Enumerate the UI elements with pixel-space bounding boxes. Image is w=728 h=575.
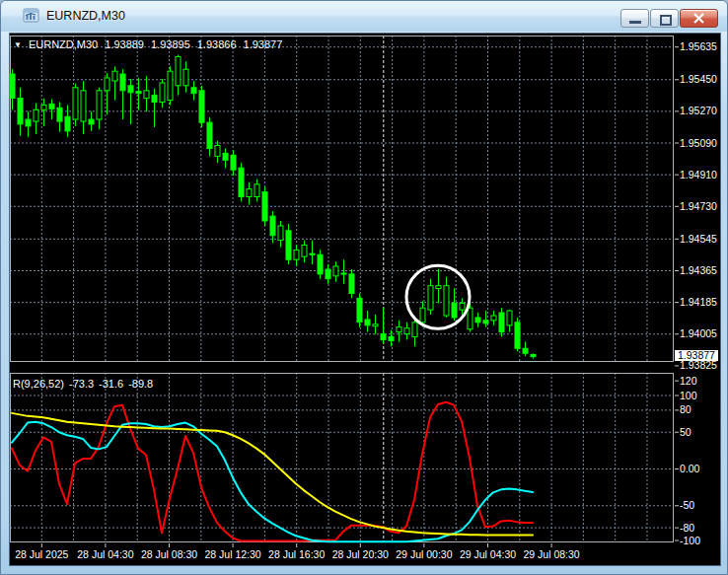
candle-bear	[475, 318, 480, 323]
panel-splitter[interactable]	[10, 363, 720, 372]
candle-bull	[294, 250, 299, 259]
candle-bull	[247, 189, 252, 197]
candle-bear	[207, 122, 212, 148]
candle-bull	[34, 109, 38, 121]
candle-bear	[152, 96, 157, 103]
price-axis-label: 1.95270	[680, 105, 717, 116]
candle-bull	[41, 105, 46, 109]
time-axis-label: 29 Jul 04:30	[460, 548, 516, 560]
candle-bear	[262, 192, 267, 221]
price-axis-label: 1.94545	[680, 233, 717, 245]
indicator-axis-label: -80	[680, 522, 694, 534]
candle-bull	[81, 91, 86, 121]
candle-bear	[523, 348, 528, 353]
candle-bear	[128, 86, 133, 93]
quote-high: 1.93895	[151, 38, 190, 50]
indicator-name: R(9,26,52)	[13, 378, 64, 390]
candle-bull	[412, 323, 417, 337]
candle-bull	[333, 266, 338, 276]
candle-bear	[381, 334, 386, 340]
candle-bull	[436, 286, 441, 289]
current-price-box: 1.93877	[675, 350, 718, 361]
candle-bear	[318, 254, 323, 274]
candle-bear	[57, 108, 62, 121]
time-axis-label: 28 Jul 16:30	[268, 548, 325, 560]
candle-bull	[420, 308, 425, 323]
candle-bear	[231, 155, 236, 170]
price-axis-label: 1.95635	[680, 40, 717, 52]
candle-bear	[515, 323, 520, 348]
indicator-line-yellow	[12, 413, 533, 536]
indicator-value-cyan: -31.6	[99, 378, 123, 390]
indicator-value-yellow: -89.8	[128, 378, 153, 390]
candle-bull	[302, 245, 307, 256]
candle-bear	[365, 320, 370, 325]
candle-bull	[468, 308, 473, 329]
indicator-line-cyan	[12, 422, 533, 541]
candle-bull	[183, 69, 188, 86]
candle-bull	[176, 57, 181, 86]
candle-bear	[65, 116, 70, 131]
indicator-axis-label: 120	[680, 375, 697, 387]
candle-bear	[270, 216, 275, 236]
symbol-dropdown-icon[interactable]: ▼	[14, 40, 22, 49]
price-axis-label: 1.94185	[680, 296, 717, 308]
price-axis-label: 1.94910	[680, 169, 717, 180]
candle-bull	[97, 91, 102, 119]
candle-bear	[341, 273, 346, 274]
candle-bull	[507, 311, 512, 325]
indicator-axis-label: 50	[680, 426, 692, 438]
candle-bear	[531, 354, 536, 356]
candle-bull	[397, 327, 401, 332]
time-axis-label: 28 Jul 2025	[15, 548, 68, 560]
candle-bull	[444, 286, 449, 316]
price-chart[interactable]: 1.956351.954501.952701.950901.949101.947…	[1, 1, 728, 575]
candle-bull	[491, 316, 496, 321]
time-axis-label: 29 Jul 08:30	[523, 548, 579, 560]
quote-close: 1.93877	[244, 38, 283, 50]
candle-bear	[18, 98, 23, 123]
candle-bull	[73, 88, 78, 119]
candle-bull	[373, 324, 378, 326]
candle-bull	[144, 91, 149, 99]
candle-bear	[239, 168, 244, 196]
quote-open: 1.93889	[105, 38, 144, 50]
indicator-value-red: -73.3	[69, 378, 94, 390]
candle-bear	[49, 104, 54, 108]
indicator-axis-label: -100	[680, 535, 700, 546]
candle-bear	[136, 92, 141, 94]
indicator-axis-label: 80	[680, 403, 692, 415]
time-axis-label: 29 Jul 00:30	[396, 548, 452, 560]
candle-bull	[160, 83, 165, 103]
candle-bull	[428, 286, 433, 310]
candle-bull	[460, 303, 465, 310]
indicator-axis-label: 100	[680, 390, 697, 401]
candle-bull	[278, 226, 283, 241]
candle-bear	[326, 269, 330, 279]
candle-bull	[215, 146, 220, 157]
indicator-panel-border	[11, 374, 674, 542]
price-axis-label: 1.94365	[680, 264, 717, 276]
candle-bear	[286, 231, 291, 259]
indicator-axis-label: 0.00	[680, 463, 700, 474]
candle-bear	[349, 274, 354, 294]
candle-bear	[26, 119, 31, 126]
quote-low: 1.93866	[197, 38, 237, 50]
indicator-axis-label: -50	[680, 499, 694, 511]
price-axis-label: 1.94730	[680, 200, 717, 212]
candle-bear	[10, 74, 15, 98]
time-axis-label: 28 Jul 12:30	[204, 548, 260, 560]
candle-bear	[499, 313, 504, 332]
time-axis-label: 28 Jul 04:30	[77, 548, 133, 560]
candle-bear	[310, 253, 315, 254]
indicator-label: R(9,26,52)-73.3-31.6-89.8	[13, 378, 158, 390]
indicator-line-red	[12, 402, 533, 541]
candle-bear	[191, 88, 196, 94]
candle-bull	[404, 328, 409, 334]
candle-bear	[452, 303, 457, 318]
quote-symbol: EURNZD,M30	[29, 38, 98, 50]
candle-bull	[112, 71, 117, 81]
chart-window: EURNZD,M30 1.956351.954501.952701.950901…	[0, 0, 728, 575]
candle-bull	[168, 71, 173, 100]
price-axis-label: 1.95450	[680, 73, 717, 85]
